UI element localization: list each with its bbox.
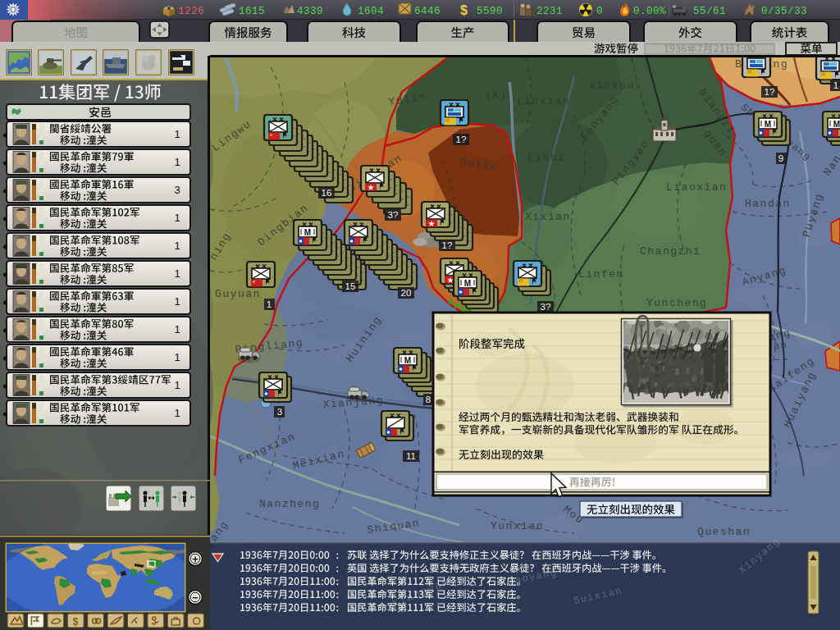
svg-text:55/61: 55/61 [693, 6, 726, 17]
svg-text:1: 1 [174, 323, 180, 336]
svg-text:Guyuan: Guyuan [215, 288, 261, 300]
svg-text:Handan: Handan [745, 198, 791, 210]
svg-text:Nanzheng: Nanzheng [259, 498, 320, 510]
svg-text:2231: 2231 [536, 6, 563, 17]
svg-text:Changzhi: Changzhi [640, 245, 701, 258]
svg-text:Xinkou: Xinkou [589, 80, 635, 92]
svg-text:4339: 4339 [297, 6, 323, 17]
svg-text:Yuncheng: Yuncheng [646, 297, 707, 309]
svg-text:+: + [192, 553, 199, 565]
svg-text:$: $ [73, 616, 79, 628]
svg-text:11: 11 [406, 451, 416, 461]
svg-text:1226: 1226 [178, 6, 204, 17]
svg-text:1?: 1? [765, 87, 775, 97]
svg-text:0: 0 [596, 6, 603, 17]
svg-text:15: 15 [345, 281, 356, 291]
svg-text:Lishi: Lishi [527, 152, 566, 164]
svg-text:Yunxian: Yunxian [491, 520, 544, 532]
svg-text:$: $ [460, 3, 468, 17]
svg-text:Linxian: Linxian [517, 95, 570, 107]
svg-text:1: 1 [174, 351, 180, 363]
svg-text:1: 1 [174, 379, 180, 391]
svg-text:1: 1 [174, 212, 180, 224]
svg-text:1: 1 [174, 407, 180, 419]
svg-text:1: 1 [174, 128, 180, 140]
svg-text:Linfen: Linfen [578, 268, 624, 281]
svg-text:1604: 1604 [358, 6, 384, 17]
svg-text:6446: 6446 [414, 6, 441, 17]
svg-text:1?: 1? [442, 240, 453, 250]
svg-text:1: 1 [174, 240, 180, 252]
svg-text:8: 8 [426, 395, 431, 404]
svg-text:1615: 1615 [239, 6, 265, 17]
svg-text:Xixian: Xixian [525, 211, 571, 223]
svg-text:1?: 1? [456, 135, 467, 144]
svg-text:−: − [192, 591, 199, 604]
svg-text:20: 20 [401, 288, 412, 298]
svg-text:Liaoxian: Liaoxian [666, 181, 727, 194]
svg-text:0/35/33: 0/35/33 [761, 6, 807, 17]
svg-text:1: 1 [174, 267, 180, 280]
svg-text:1: 1 [174, 156, 180, 168]
svg-text:3: 3 [277, 407, 282, 417]
svg-text:3: 3 [174, 184, 180, 196]
svg-text:(K): (K) [486, 90, 507, 102]
svg-text:1: 1 [833, 80, 838, 90]
svg-text:16: 16 [322, 188, 332, 198]
svg-text:Queshan: Queshan [697, 526, 751, 538]
svg-text:1: 1 [267, 299, 272, 309]
svg-text:3?: 3? [388, 210, 399, 220]
svg-text:3?: 3? [541, 302, 551, 312]
svg-text:0.00%: 0.00% [633, 6, 666, 17]
svg-text:1: 1 [174, 295, 180, 308]
svg-text:9: 9 [778, 153, 783, 163]
svg-text:5590: 5590 [477, 6, 503, 17]
